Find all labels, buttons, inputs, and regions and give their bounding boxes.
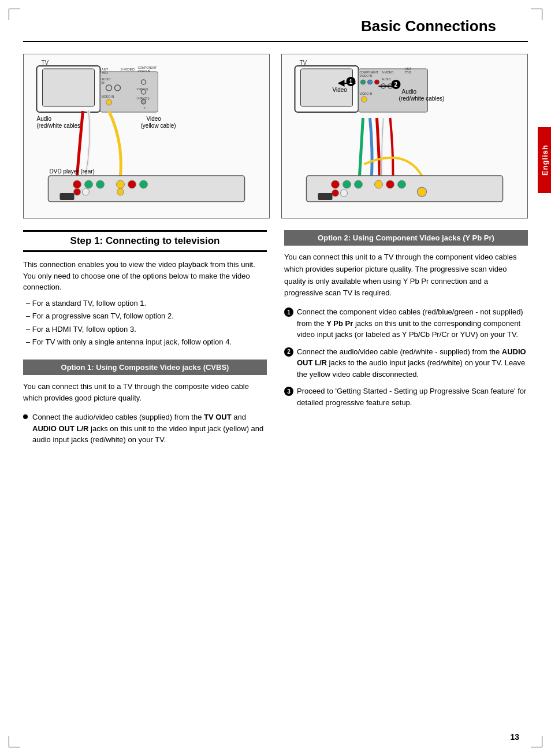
page-title: Basic Connections bbox=[23, 0, 528, 42]
svg-text:S-VIDEO: S-VIDEO bbox=[121, 68, 135, 71]
svg-point-67 bbox=[375, 180, 383, 188]
svg-point-29 bbox=[96, 180, 105, 188]
svg-text:TV: TV bbox=[42, 60, 49, 66]
step1-list: For a standard TV, follow option 1. For … bbox=[26, 298, 267, 348]
svg-point-73 bbox=[418, 187, 427, 197]
option1-bullet bbox=[23, 414, 28, 419]
diagram1-svg: TV ANT 75Ω S-VIDEO COMPONENT VIDEO IN AU… bbox=[29, 60, 263, 210]
page-number: 13 bbox=[510, 732, 519, 742]
svg-text:VIDEO IN: VIDEO IN bbox=[360, 74, 373, 77]
svg-text:VIDEO IN: VIDEO IN bbox=[102, 95, 114, 98]
svg-point-34 bbox=[83, 188, 90, 195]
svg-text:S-VIDEO: S-VIDEO bbox=[382, 71, 394, 74]
svg-text:VIDEO IN: VIDEO IN bbox=[138, 69, 151, 73]
svg-point-65 bbox=[343, 180, 351, 188]
svg-point-53 bbox=[362, 97, 367, 102]
option2-list-text-2: Connect the audio/video cable (red/white… bbox=[297, 346, 528, 380]
svg-point-70 bbox=[332, 190, 339, 197]
svg-text:75Ω: 75Ω bbox=[405, 71, 412, 74]
svg-text:Video: Video bbox=[333, 87, 348, 93]
step1-heading: Step 1: Connecting to television bbox=[23, 230, 267, 252]
svg-point-66 bbox=[355, 180, 363, 188]
svg-point-33 bbox=[74, 188, 81, 195]
corner-mark-br bbox=[531, 736, 542, 747]
corner-mark-tl bbox=[9, 9, 20, 20]
step1-body: This connection enables you to view the … bbox=[23, 259, 267, 348]
option1-list-text: Connect the audio/video cables (supplied… bbox=[32, 412, 267, 446]
svg-point-19 bbox=[142, 99, 146, 104]
option2-list-text-3: Proceed to 'Getting Started - Setting up… bbox=[297, 386, 528, 408]
diagram1: TV ANT 75Ω S-VIDEO COMPONENT VIDEO IN AU… bbox=[23, 54, 270, 218]
svg-text:(yellow cable): (yellow cable) bbox=[141, 123, 176, 129]
step1-list-item-2: For a progressive scan TV, follow option… bbox=[26, 310, 267, 322]
svg-text:TV: TV bbox=[300, 60, 307, 66]
svg-text:(red/white cables): (red/white cables) bbox=[399, 95, 445, 102]
svg-rect-72 bbox=[318, 193, 333, 200]
diagram2: TV COMPONENT VIDEO IN S-VIDEO ANT 75Ω AU… bbox=[281, 54, 528, 218]
svg-text:IN: IN bbox=[102, 81, 105, 84]
step1-list-item-1: For a standard TV, follow option 1. bbox=[26, 298, 267, 309]
svg-text:VIDEO IN: VIDEO IN bbox=[360, 92, 373, 95]
svg-point-43 bbox=[361, 80, 366, 84]
svg-text:DVD player (rear): DVD player (rear) bbox=[50, 168, 95, 175]
option1-list: Connect the audio/video cables (supplied… bbox=[23, 412, 267, 446]
diagram2-svg: TV COMPONENT VIDEO IN S-VIDEO ANT 75Ω AU… bbox=[288, 60, 522, 210]
svg-text:1: 1 bbox=[349, 79, 353, 85]
right-column: Option 2: Using Component Video jacks (Y… bbox=[284, 230, 528, 451]
svg-point-64 bbox=[332, 180, 340, 188]
svg-point-30 bbox=[117, 180, 125, 188]
diagrams-row: TV ANT 75Ω S-VIDEO COMPONENT VIDEO IN AU… bbox=[23, 54, 528, 218]
option1-body: You can connect this unit to a TV throug… bbox=[23, 381, 267, 405]
option2-list: 1 Connect the component video cables (re… bbox=[284, 306, 528, 408]
option1-heading: Option 1: Using Composite Video jacks (C… bbox=[23, 360, 267, 375]
option1-list-item-1: Connect the audio/video cables (supplied… bbox=[23, 412, 267, 446]
svg-text:(red/white cables): (red/white cables) bbox=[37, 123, 83, 129]
step1-intro: This connection enables you to view the … bbox=[23, 259, 267, 293]
option2-list-item-2: 2 Connect the audio/video cable (red/whi… bbox=[284, 346, 528, 380]
svg-rect-36 bbox=[60, 193, 75, 200]
option2-list-text-1: Connect the component video cables (red/… bbox=[297, 306, 528, 340]
corner-mark-tr bbox=[531, 9, 542, 20]
option2-body: You can connect this unit to a TV throug… bbox=[284, 251, 528, 299]
svg-text:Audio: Audio bbox=[402, 88, 417, 95]
step1-list-item-3: For a HDMI TV, follow option 3. bbox=[26, 324, 267, 335]
corner-mark-bl bbox=[9, 736, 20, 747]
option2-bullet-1: 1 bbox=[284, 307, 293, 317]
option1-section: Option 1: Using Composite Video jacks (C… bbox=[23, 360, 267, 446]
option2-bullet-2: 2 bbox=[284, 347, 293, 357]
option2-list-item-3: 3 Proceed to 'Getting Started - Setting … bbox=[284, 386, 528, 408]
step1-list-item-4: For TV with only a single antenna input … bbox=[26, 336, 267, 348]
svg-point-28 bbox=[85, 180, 93, 188]
english-tab: English bbox=[538, 127, 551, 193]
svg-point-45 bbox=[375, 80, 379, 84]
svg-point-71 bbox=[341, 190, 348, 197]
svg-point-35 bbox=[117, 188, 124, 195]
option2-bullet-3: 3 bbox=[284, 387, 293, 396]
svg-text:AUDIO: AUDIO bbox=[382, 77, 391, 81]
svg-point-44 bbox=[368, 80, 373, 84]
svg-point-14 bbox=[106, 99, 112, 105]
svg-point-68 bbox=[386, 180, 394, 188]
content-row: Step 1: Connecting to television This co… bbox=[23, 230, 528, 451]
svg-point-32 bbox=[140, 180, 148, 188]
svg-text:75Ω: 75Ω bbox=[102, 71, 109, 75]
svg-point-69 bbox=[398, 180, 406, 188]
svg-point-31 bbox=[128, 180, 136, 188]
svg-rect-63 bbox=[307, 176, 503, 202]
svg-rect-1 bbox=[43, 69, 95, 106]
svg-point-27 bbox=[73, 180, 81, 188]
option2-list-item-1: 1 Connect the component video cables (re… bbox=[284, 306, 528, 340]
left-column: Step 1: Connecting to television This co… bbox=[23, 230, 267, 451]
svg-text:Video: Video bbox=[147, 116, 162, 122]
svg-text:Audio: Audio bbox=[37, 116, 52, 122]
svg-text:2: 2 bbox=[394, 81, 398, 88]
option2-heading: Option 2: Using Component Video jacks (Y… bbox=[284, 230, 528, 246]
